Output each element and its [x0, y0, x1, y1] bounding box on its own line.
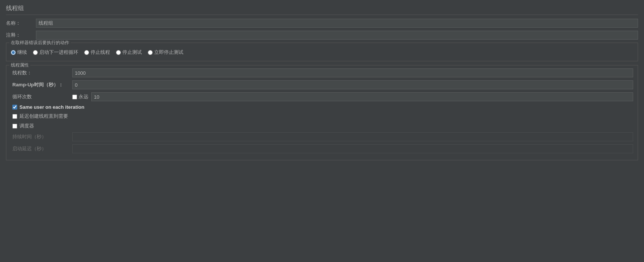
- thread-count-label: 线程数：: [12, 70, 72, 76]
- radio-start-next[interactable]: 启动下一进程循环: [33, 49, 78, 56]
- same-user-checkbox[interactable]: [12, 105, 17, 110]
- delay-thread-label: 延迟创建线程直到需要: [19, 113, 68, 120]
- forever-checkbox-group: 永远: [72, 93, 88, 100]
- comment-input[interactable]: [36, 31, 638, 40]
- loop-count-label: 循环次数: [12, 93, 72, 100]
- error-action-section: 在取样器错误后要执行的动作 继续 启动下一进程循环 停止线程 停止测试 立即停止…: [6, 43, 638, 61]
- scheduler-row: 调度器: [11, 123, 633, 129]
- forever-label: 永远: [79, 93, 88, 100]
- comment-row: 注释：: [6, 31, 638, 40]
- comment-label: 注释：: [6, 32, 36, 38]
- duration-label: 持续时间（秒）: [12, 133, 72, 140]
- name-input[interactable]: [36, 19, 638, 28]
- thread-props-legend: 线程属性: [9, 62, 30, 68]
- radio-stop-now[interactable]: 立即停止测试: [148, 49, 183, 56]
- startup-delay-row: 启动延迟（秒）: [11, 144, 633, 153]
- name-label: 名称：: [6, 20, 36, 27]
- page-title: 线程组: [6, 4, 638, 15]
- ramp-up-row: Ramp-Up时间（秒）：: [11, 80, 633, 89]
- ramp-up-input[interactable]: [72, 80, 633, 89]
- error-action-legend: 在取样器错误后要执行的动作: [9, 40, 71, 46]
- startup-delay-label: 启动延迟（秒）: [12, 145, 72, 152]
- radio-continue[interactable]: 继续: [11, 49, 27, 56]
- duration-row: 持续时间（秒）: [11, 132, 633, 141]
- scheduler-checkbox[interactable]: [12, 124, 17, 129]
- thread-count-input[interactable]: [72, 68, 633, 77]
- delay-thread-checkbox[interactable]: [12, 114, 17, 119]
- duration-input[interactable]: [72, 132, 633, 141]
- thread-count-row: 线程数：: [11, 68, 633, 77]
- loop-count-row: 循环次数 永远: [11, 92, 633, 101]
- name-row: 名称：: [6, 19, 638, 28]
- forever-checkbox[interactable]: [72, 95, 77, 99]
- page-container: 线程组 名称： 注释： 在取样器错误后要执行的动作 继续 启动下一进程循环 停止…: [0, 0, 644, 169]
- delay-thread-row: 延迟创建线程直到需要: [11, 113, 633, 120]
- radio-group: 继续 启动下一进程循环 停止线程 停止测试 立即停止测试: [11, 47, 633, 57]
- startup-delay-input[interactable]: [72, 144, 633, 153]
- loop-count-input[interactable]: [91, 92, 633, 101]
- ramp-up-label: Ramp-Up时间（秒）：: [12, 81, 72, 88]
- radio-stop-thread[interactable]: 停止线程: [84, 49, 110, 56]
- scheduler-label: 调度器: [19, 123, 34, 129]
- thread-props-section: 线程属性 线程数： Ramp-Up时间（秒）： 循环次数 永远 Same use…: [6, 65, 638, 160]
- same-user-label: Same user on each iteration: [19, 104, 84, 110]
- same-user-row: Same user on each iteration: [11, 104, 633, 110]
- radio-stop-test[interactable]: 停止测试: [116, 49, 142, 56]
